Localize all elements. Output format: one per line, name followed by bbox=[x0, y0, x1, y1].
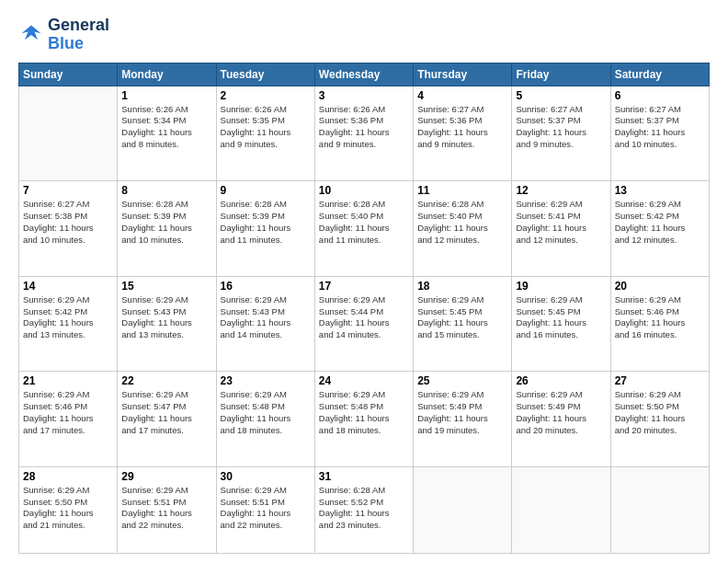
calendar-cell: 7Sunrise: 6:27 AM Sunset: 5:38 PM Daylig… bbox=[19, 181, 118, 277]
day-detail: Sunrise: 6:29 AM Sunset: 5:42 PM Dayligh… bbox=[615, 199, 705, 246]
day-number: 27 bbox=[615, 374, 705, 387]
day-detail: Sunrise: 6:28 AM Sunset: 5:40 PM Dayligh… bbox=[319, 199, 409, 246]
calendar-cell: 27Sunrise: 6:29 AM Sunset: 5:50 PM Dayli… bbox=[610, 372, 709, 467]
calendar-cell: 20Sunrise: 6:29 AM Sunset: 5:46 PM Dayli… bbox=[610, 276, 709, 372]
day-detail: Sunrise: 6:28 AM Sunset: 5:39 PM Dayligh… bbox=[121, 199, 211, 246]
day-number: 9 bbox=[221, 184, 311, 197]
calendar-cell: 28Sunrise: 6:29 AM Sunset: 5:50 PM Dayli… bbox=[19, 466, 118, 553]
day-detail: Sunrise: 6:29 AM Sunset: 5:43 PM Dayligh… bbox=[221, 294, 311, 341]
day-number: 7 bbox=[23, 184, 113, 197]
day-number: 18 bbox=[417, 280, 507, 293]
day-number: 10 bbox=[319, 184, 409, 197]
svg-marker-0 bbox=[22, 25, 41, 40]
day-number: 22 bbox=[121, 374, 211, 387]
day-number: 13 bbox=[615, 184, 705, 197]
calendar-cell: 10Sunrise: 6:28 AM Sunset: 5:40 PM Dayli… bbox=[314, 181, 413, 277]
logo-icon bbox=[18, 22, 44, 48]
day-number: 24 bbox=[319, 374, 409, 387]
calendar-header-row: SundayMondayTuesdayWednesdayThursdayFrid… bbox=[19, 63, 710, 86]
calendar-cell: 29Sunrise: 6:29 AM Sunset: 5:51 PM Dayli… bbox=[118, 466, 216, 553]
calendar-header-saturday: Saturday bbox=[610, 63, 709, 86]
day-detail: Sunrise: 6:29 AM Sunset: 5:51 PM Dayligh… bbox=[221, 485, 311, 532]
day-detail: Sunrise: 6:29 AM Sunset: 5:41 PM Dayligh… bbox=[516, 199, 606, 246]
calendar-cell: 4Sunrise: 6:27 AM Sunset: 5:36 PM Daylig… bbox=[414, 86, 512, 181]
day-number: 28 bbox=[23, 470, 113, 483]
calendar-header-friday: Friday bbox=[512, 63, 610, 86]
calendar-cell: 26Sunrise: 6:29 AM Sunset: 5:49 PM Dayli… bbox=[512, 372, 610, 467]
day-number: 20 bbox=[615, 280, 705, 293]
day-detail: Sunrise: 6:29 AM Sunset: 5:43 PM Dayligh… bbox=[121, 294, 211, 341]
calendar-cell: 11Sunrise: 6:28 AM Sunset: 5:40 PM Dayli… bbox=[414, 181, 512, 277]
calendar-week-row: 1Sunrise: 6:26 AM Sunset: 5:34 PM Daylig… bbox=[19, 86, 710, 181]
calendar-header-sunday: Sunday bbox=[19, 63, 118, 86]
calendar-cell: 25Sunrise: 6:29 AM Sunset: 5:49 PM Dayli… bbox=[414, 372, 512, 467]
calendar-cell: 9Sunrise: 6:28 AM Sunset: 5:39 PM Daylig… bbox=[216, 181, 314, 277]
day-number: 16 bbox=[221, 280, 311, 293]
day-detail: Sunrise: 6:26 AM Sunset: 5:34 PM Dayligh… bbox=[121, 104, 211, 151]
calendar-cell: 23Sunrise: 6:29 AM Sunset: 5:48 PM Dayli… bbox=[216, 372, 314, 467]
day-number: 2 bbox=[221, 89, 311, 102]
header: GeneralBlue bbox=[18, 17, 710, 53]
calendar-cell: 6Sunrise: 6:27 AM Sunset: 5:37 PM Daylig… bbox=[610, 86, 709, 181]
day-detail: Sunrise: 6:29 AM Sunset: 5:44 PM Dayligh… bbox=[319, 294, 409, 341]
calendar-week-row: 14Sunrise: 6:29 AM Sunset: 5:42 PM Dayli… bbox=[19, 276, 710, 372]
calendar-cell: 12Sunrise: 6:29 AM Sunset: 5:41 PM Dayli… bbox=[512, 181, 610, 277]
day-detail: Sunrise: 6:28 AM Sunset: 5:40 PM Dayligh… bbox=[417, 199, 507, 246]
day-number: 12 bbox=[516, 184, 606, 197]
day-detail: Sunrise: 6:29 AM Sunset: 5:46 PM Dayligh… bbox=[615, 294, 705, 341]
day-number: 30 bbox=[221, 470, 311, 483]
day-detail: Sunrise: 6:29 AM Sunset: 5:49 PM Dayligh… bbox=[516, 389, 606, 436]
day-detail: Sunrise: 6:29 AM Sunset: 5:49 PM Dayligh… bbox=[417, 389, 507, 436]
day-detail: Sunrise: 6:29 AM Sunset: 5:47 PM Dayligh… bbox=[121, 389, 211, 436]
calendar-cell: 16Sunrise: 6:29 AM Sunset: 5:43 PM Dayli… bbox=[216, 276, 314, 372]
day-number: 1 bbox=[121, 89, 211, 102]
calendar-cell: 5Sunrise: 6:27 AM Sunset: 5:37 PM Daylig… bbox=[512, 86, 610, 181]
day-number: 21 bbox=[23, 374, 113, 387]
logo-text: GeneralBlue bbox=[48, 17, 109, 53]
day-detail: Sunrise: 6:27 AM Sunset: 5:37 PM Dayligh… bbox=[615, 104, 705, 151]
calendar-header-wednesday: Wednesday bbox=[314, 63, 413, 86]
calendar-cell bbox=[414, 466, 512, 553]
day-number: 23 bbox=[221, 374, 311, 387]
day-detail: Sunrise: 6:29 AM Sunset: 5:45 PM Dayligh… bbox=[417, 294, 507, 341]
day-number: 6 bbox=[615, 89, 705, 102]
calendar-cell: 22Sunrise: 6:29 AM Sunset: 5:47 PM Dayli… bbox=[118, 372, 216, 467]
calendar-cell bbox=[610, 466, 709, 553]
calendar-cell: 19Sunrise: 6:29 AM Sunset: 5:45 PM Dayli… bbox=[512, 276, 610, 372]
day-number: 17 bbox=[319, 280, 409, 293]
day-detail: Sunrise: 6:27 AM Sunset: 5:37 PM Dayligh… bbox=[516, 104, 606, 151]
day-detail: Sunrise: 6:29 AM Sunset: 5:50 PM Dayligh… bbox=[615, 389, 705, 436]
calendar-cell: 21Sunrise: 6:29 AM Sunset: 5:46 PM Dayli… bbox=[19, 372, 118, 467]
calendar-cell: 1Sunrise: 6:26 AM Sunset: 5:34 PM Daylig… bbox=[118, 86, 216, 181]
day-detail: Sunrise: 6:26 AM Sunset: 5:36 PM Dayligh… bbox=[319, 104, 409, 151]
day-detail: Sunrise: 6:28 AM Sunset: 5:39 PM Dayligh… bbox=[221, 199, 311, 246]
calendar-cell: 30Sunrise: 6:29 AM Sunset: 5:51 PM Dayli… bbox=[216, 466, 314, 553]
calendar-cell: 13Sunrise: 6:29 AM Sunset: 5:42 PM Dayli… bbox=[610, 181, 709, 277]
day-detail: Sunrise: 6:29 AM Sunset: 5:51 PM Dayligh… bbox=[121, 485, 211, 532]
day-number: 4 bbox=[417, 89, 507, 102]
calendar-cell: 8Sunrise: 6:28 AM Sunset: 5:39 PM Daylig… bbox=[118, 181, 216, 277]
day-number: 15 bbox=[121, 280, 211, 293]
day-detail: Sunrise: 6:29 AM Sunset: 5:42 PM Dayligh… bbox=[23, 294, 113, 341]
day-detail: Sunrise: 6:29 AM Sunset: 5:50 PM Dayligh… bbox=[23, 485, 113, 532]
day-detail: Sunrise: 6:29 AM Sunset: 5:46 PM Dayligh… bbox=[23, 389, 113, 436]
calendar-cell: 3Sunrise: 6:26 AM Sunset: 5:36 PM Daylig… bbox=[314, 86, 413, 181]
day-number: 3 bbox=[319, 89, 409, 102]
day-detail: Sunrise: 6:28 AM Sunset: 5:52 PM Dayligh… bbox=[319, 485, 409, 532]
calendar-cell: 24Sunrise: 6:29 AM Sunset: 5:48 PM Dayli… bbox=[314, 372, 413, 467]
calendar-header-monday: Monday bbox=[118, 63, 216, 86]
calendar-cell: 15Sunrise: 6:29 AM Sunset: 5:43 PM Dayli… bbox=[118, 276, 216, 372]
calendar-cell: 2Sunrise: 6:26 AM Sunset: 5:35 PM Daylig… bbox=[216, 86, 314, 181]
calendar-week-row: 28Sunrise: 6:29 AM Sunset: 5:50 PM Dayli… bbox=[19, 466, 710, 553]
calendar-cell: 18Sunrise: 6:29 AM Sunset: 5:45 PM Dayli… bbox=[414, 276, 512, 372]
calendar-table: SundayMondayTuesdayWednesdayThursdayFrid… bbox=[18, 63, 710, 554]
day-number: 5 bbox=[516, 89, 606, 102]
day-detail: Sunrise: 6:27 AM Sunset: 5:36 PM Dayligh… bbox=[417, 104, 507, 151]
calendar-cell bbox=[512, 466, 610, 553]
day-detail: Sunrise: 6:29 AM Sunset: 5:48 PM Dayligh… bbox=[319, 389, 409, 436]
day-number: 19 bbox=[516, 280, 606, 293]
calendar-cell: 17Sunrise: 6:29 AM Sunset: 5:44 PM Dayli… bbox=[314, 276, 413, 372]
day-detail: Sunrise: 6:29 AM Sunset: 5:48 PM Dayligh… bbox=[221, 389, 311, 436]
calendar-week-row: 21Sunrise: 6:29 AM Sunset: 5:46 PM Dayli… bbox=[19, 372, 710, 467]
day-detail: Sunrise: 6:27 AM Sunset: 5:38 PM Dayligh… bbox=[23, 199, 113, 246]
